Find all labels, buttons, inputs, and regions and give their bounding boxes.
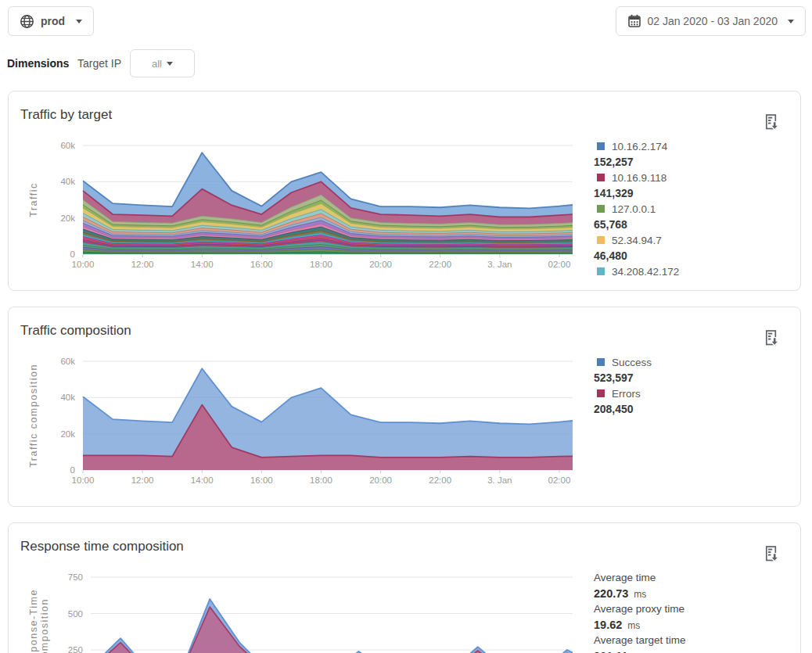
- svg-text:02:00: 02:00: [548, 475, 571, 485]
- svg-text:Response-Time: Response-Time: [28, 589, 39, 653]
- date-range-label: 02 Jan 2020 - 03 Jan 2020: [647, 15, 778, 27]
- download-report-button[interactable]: [764, 113, 780, 132]
- traffic-by-target-chart[interactable]: 020k40k60k10:0012:0014:0016:0018:0020:00…: [24, 138, 573, 272]
- stat-value: 19.62ms: [594, 617, 793, 633]
- traffic-by-target-legend: 10.16.2.174152,25710.16.9.118141,329127.…: [594, 138, 793, 291]
- target-ip-select[interactable]: all: [130, 49, 195, 77]
- svg-text:0: 0: [70, 465, 75, 475]
- svg-text:Traffic composition: Traffic composition: [28, 364, 39, 468]
- environment-label: prod: [41, 15, 65, 27]
- target-ip-label: Target IP: [77, 57, 121, 70]
- svg-text:12:00: 12:00: [131, 260, 154, 269]
- legend-swatch: [597, 236, 605, 244]
- legend-label: Errors: [612, 388, 641, 400]
- analytics-dashboard: prod 02 Jan 2020 - 03 Jan 2020 Dimension…: [0, 0, 812, 653]
- card-traffic-by-target: Traffic by target 020k40k60k10:0012:0014…: [8, 91, 801, 291]
- legend-value: 65,768: [594, 217, 793, 232]
- legend-value: 208,450: [594, 401, 793, 417]
- chevron-down-icon: [167, 62, 173, 66]
- legend-item[interactable]: 34.208.42.172: [594, 264, 793, 279]
- report-download-icon: [764, 113, 780, 132]
- stat-label: Average proxy time: [594, 601, 793, 617]
- legend-value: 141,329: [594, 185, 793, 201]
- svg-text:40k: 40k: [60, 393, 75, 402]
- svg-text:60k: 60k: [60, 357, 75, 366]
- svg-text:12:00: 12:00: [131, 475, 154, 485]
- download-report-button[interactable]: [764, 329, 780, 348]
- report-download-icon: [764, 329, 780, 348]
- dimensions-label: Dimensions: [7, 57, 69, 70]
- legend-item[interactable]: Success: [594, 354, 793, 370]
- legend-swatch: [597, 358, 605, 366]
- legend-swatch: [597, 142, 605, 150]
- legend-label: 34.208.42.172: [612, 266, 679, 278]
- svg-text:40k: 40k: [60, 177, 75, 186]
- report-download-icon: [764, 545, 780, 564]
- card-title: Response time composition: [20, 539, 184, 554]
- svg-text:Traffic: Traffic: [28, 182, 39, 217]
- svg-text:10:00: 10:00: [72, 260, 95, 269]
- card-response-time-composition: Response time composition 250500750Respo…: [8, 522, 801, 653]
- card-title: Traffic by target: [20, 107, 112, 123]
- legend-value: 152,257: [594, 154, 793, 170]
- svg-text:22:00: 22:00: [429, 260, 451, 269]
- stat-value: 201.11: [594, 648, 793, 653]
- svg-text:18:00: 18:00: [310, 475, 332, 485]
- globe-icon: [20, 14, 34, 29]
- svg-text:composition: composition: [39, 598, 50, 653]
- svg-text:18:00: 18:00: [310, 260, 332, 269]
- legend-swatch: [597, 174, 605, 181]
- svg-text:16:00: 16:00: [250, 260, 273, 269]
- legend-item[interactable]: 10.16.2.174: [594, 138, 793, 154]
- svg-text:0: 0: [70, 249, 75, 259]
- response-time-stats: Average time220.73msAverage proxy time19…: [594, 570, 793, 653]
- legend-value: 523,597: [594, 370, 793, 386]
- chevron-down-icon: [788, 20, 794, 23]
- stat-label: Average target time: [594, 633, 793, 648]
- card-traffic-composition: Traffic composition 020k40k60k10:0012:00…: [8, 307, 801, 507]
- legend-swatch: [597, 389, 605, 397]
- legend-label: 52.34.94.7: [612, 235, 662, 246]
- traffic-composition-legend: Success523,597Errors208,450: [594, 354, 793, 417]
- response-time-composition-chart[interactable]: 250500750Response-Timecomposition: [24, 568, 573, 653]
- legend-label: Success: [612, 357, 652, 368]
- target-ip-value: all: [152, 58, 162, 70]
- svg-text:10:00: 10:00: [72, 475, 95, 485]
- download-report-button[interactable]: [764, 545, 780, 564]
- stat-value: 220.73ms: [594, 586, 793, 601]
- svg-text:16:00: 16:00: [250, 475, 273, 485]
- legend-value: [594, 279, 793, 291]
- stat-label: Average time: [594, 570, 793, 586]
- svg-text:500: 500: [68, 609, 83, 619]
- legend-item[interactable]: 10.16.9.118: [594, 170, 793, 185]
- legend-label: 10.16.2.174: [612, 141, 667, 152]
- calendar-icon: [627, 14, 641, 28]
- svg-text:3. Jan: 3. Jan: [487, 475, 512, 485]
- svg-text:250: 250: [68, 645, 83, 653]
- svg-text:14:00: 14:00: [191, 475, 214, 485]
- legend-swatch: [597, 205, 605, 213]
- svg-text:750: 750: [68, 572, 83, 582]
- legend-item[interactable]: 52.34.94.7: [594, 232, 793, 248]
- legend-label: 10.16.9.118: [612, 172, 666, 184]
- legend-value: 46,480: [594, 248, 793, 264]
- environment-selector[interactable]: prod: [8, 6, 94, 36]
- legend-label: 127.0.0.1: [612, 203, 656, 215]
- svg-text:20:00: 20:00: [369, 260, 392, 269]
- svg-text:20:00: 20:00: [369, 475, 392, 485]
- svg-text:20k: 20k: [60, 213, 75, 223]
- traffic-composition-chart[interactable]: 020k40k60k10:0012:0014:0016:0018:0020:00…: [24, 353, 573, 488]
- svg-text:02:00: 02:00: [548, 260, 571, 269]
- legend-item[interactable]: Errors: [594, 386, 793, 401]
- legend-item[interactable]: 127.0.0.1: [594, 201, 793, 217]
- svg-text:3. Jan: 3. Jan: [487, 260, 512, 269]
- svg-text:14:00: 14:00: [191, 260, 214, 269]
- legend-swatch: [597, 267, 605, 275]
- date-range-picker[interactable]: 02 Jan 2020 - 03 Jan 2020: [616, 6, 806, 36]
- svg-text:20k: 20k: [60, 429, 75, 439]
- svg-text:60k: 60k: [60, 141, 75, 150]
- card-title: Traffic composition: [20, 323, 131, 339]
- chevron-down-icon: [76, 20, 82, 23]
- svg-text:22:00: 22:00: [429, 475, 451, 485]
